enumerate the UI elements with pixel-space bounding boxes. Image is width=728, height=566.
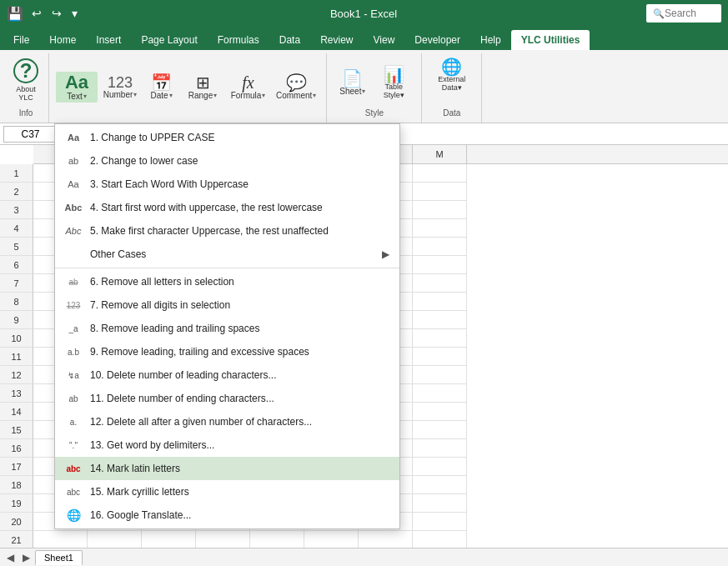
date-button[interactable]: 📅 Date ▾ [143,73,180,102]
cell[interactable] [250,531,304,549]
number-button[interactable]: 123 Number ▾ [99,73,141,101]
cell[interactable] [413,201,467,219]
cell[interactable] [413,311,467,329]
row-header-8: 8 [0,293,33,311]
menu-item-delete-leading-chars[interactable]: ↯a 10. Delete number of leading characte… [55,363,399,387]
cell[interactable] [413,403,467,421]
cell[interactable] [413,274,467,293]
tab-formulas[interactable]: Formulas [208,30,269,50]
cell[interactable] [413,476,467,494]
menu-item-delete-after-chars[interactable]: a. 12. Delete all after a given number o… [55,410,399,433]
about-ylc-button[interactable]: ? AboutYLC [10,57,42,103]
save-icon[interactable]: 💾 [7,6,23,22]
text-button[interactable]: Aa Text ▾ [56,72,98,103]
external-data-button[interactable]: 🌐 ExternalData▾ [429,57,474,93]
menu-item-google-translate[interactable]: 🌐 16. Google Translate... [55,503,399,527]
tab-review[interactable]: Review [310,30,363,50]
cell[interactable] [413,531,467,549]
tab-home[interactable]: Home [39,30,86,50]
search-box[interactable]: 🔍 [646,4,721,23]
menu-item-first-upper[interactable]: Abc 5. Make first character Uppercase, t… [55,219,399,243]
cell[interactable] [413,256,467,274]
menu-item-lower-case[interactable]: ab 2. Change to lower case [55,149,399,173]
lower-case-icon: ab [65,156,82,166]
title-bar-right: 🔍 [646,4,721,23]
menu-item-title-case[interactable]: Aa 3. Start Each Word With Uppercase [55,173,399,196]
formula-button[interactable]: fx Formula ▾ [225,73,271,102]
menu-item-mark-latin[interactable]: abc 14. Mark latin letters [55,457,399,480]
search-icon: 🔍 [653,8,665,19]
cell[interactable] [413,219,467,238]
undo-button[interactable]: ↩ [28,5,45,22]
row-header-15: 15 [0,421,33,439]
table-style-button[interactable]: 📊 TableStyle▾ [373,64,414,101]
cell[interactable] [196,531,250,549]
cell[interactable] [88,531,142,549]
cell[interactable] [413,293,467,311]
sheet-tab-sheet1[interactable]: Sheet1 [35,550,83,565]
cell[interactable] [413,164,467,183]
cell-reference-input[interactable] [3,126,58,143]
menu-item-sentence-case[interactable]: Abc 4. Start first word with uppercase, … [55,196,399,219]
dropdown-button[interactable]: ▾ [68,5,81,22]
cell[interactable] [413,439,467,458]
delete-ending-chars-icon: ab [65,394,82,403]
sheet-nav-left[interactable]: ◀ [3,550,18,565]
comment-icon: 💬 [286,74,307,91]
cell[interactable] [413,494,467,513]
search-input[interactable] [665,8,715,19]
tab-file[interactable]: File [3,30,39,50]
mark-cyrillic-icon: abc [65,488,82,497]
menu-item-lower-case-label: 2. Change to lower case [90,155,198,167]
ribbon-group-data: 🌐 ExternalData▾ Data [422,53,482,123]
cell[interactable] [413,366,467,384]
range-button[interactable]: ⊞ Range ▾ [182,73,223,102]
menu-item-remove-digits[interactable]: 123 7. Remove all digits in selection [55,293,399,317]
tab-view[interactable]: View [364,30,405,50]
menu-item-upper-case[interactable]: Aa 1. Change to UPPER CASE [55,126,399,149]
menu-item-get-word[interactable]: "." 13. Get word by delimiters... [55,433,399,457]
tab-ylc-utilities[interactable]: YLC Utilities [511,30,590,50]
tab-data[interactable]: Data [269,30,310,50]
cell[interactable] [413,183,467,201]
cell[interactable] [33,531,88,549]
cell[interactable] [304,531,359,549]
menu-item-upper-case-label: 1. Change to UPPER CASE [90,132,214,143]
style-group-label: Style [365,108,384,119]
menu-item-remove-leading-trailing[interactable]: _a 8. Remove leading and trailing spaces [55,317,399,340]
cell[interactable] [142,531,196,549]
cell[interactable] [413,458,467,476]
ribbon-tabs: File Home Insert Page Layout Formulas Da… [0,27,728,50]
cell[interactable] [413,513,467,531]
menu-item-remove-excessive[interactable]: a.b 9. Remove leading, trailing and exce… [55,340,399,363]
redo-button[interactable]: ↪ [48,5,65,22]
tab-page-layout[interactable]: Page Layout [131,30,207,50]
sheet-nav-right[interactable]: ▶ [19,550,33,565]
sheet-label: Sheet [339,87,361,96]
cell[interactable] [413,421,467,439]
ribbon-group-info: ? AboutYLC Info [3,53,49,123]
cell[interactable] [413,384,467,403]
tab-insert[interactable]: Insert [86,30,131,50]
cell[interactable] [413,238,467,256]
cell[interactable] [413,329,467,348]
menu-item-delete-after-chars-label: 12. Delete all after a given number of c… [90,416,312,428]
row-header-2: 2 [0,183,33,201]
formula-icon: fx [242,74,254,91]
tab-help[interactable]: Help [470,30,511,50]
menu-item-remove-letters[interactable]: ab 6. Remove all letters in selection [55,270,399,293]
sheet-button[interactable]: 📄 Sheet ▾ [334,68,371,98]
title-case-icon: Aa [65,179,82,189]
comment-button[interactable]: 💬 Comment ▾ [273,73,319,102]
menu-item-delete-ending-chars[interactable]: ab 11. Delete number of ending character… [55,387,399,410]
mark-latin-icon: abc [65,464,82,473]
ribbon-group-text: Aa Text ▾ 123 Number ▾ 📅 Date ▾ [49,53,327,123]
get-word-icon: "." [65,441,82,450]
tab-developer[interactable]: Developer [404,30,470,50]
cell[interactable] [413,348,467,366]
sheet-icon: 📄 [342,70,363,87]
menu-item-other-cases[interactable]: Other Cases ▶ [55,243,399,266]
row-header-9: 9 [0,311,33,329]
menu-item-mark-cyrillic[interactable]: abc 15. Mark cyrillic letters [55,480,399,503]
cell[interactable] [359,531,413,549]
